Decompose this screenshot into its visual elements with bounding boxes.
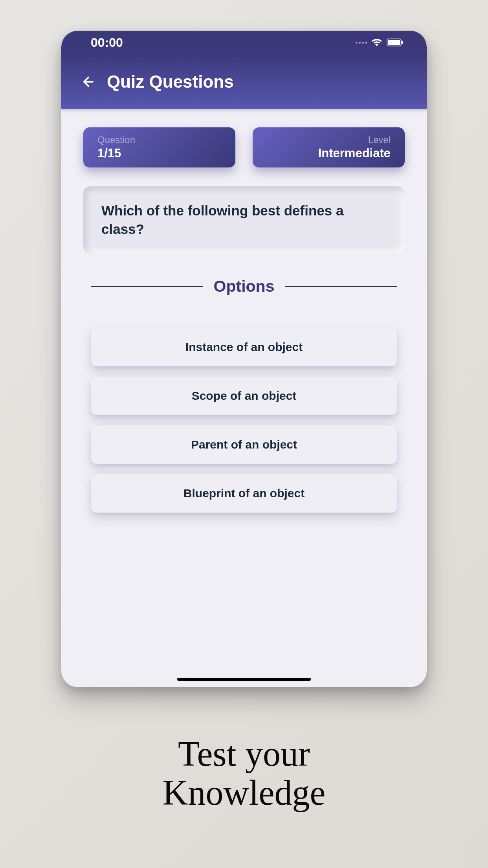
level-label: Level: [267, 134, 391, 145]
divider-line-right: [285, 286, 397, 287]
divider-line-left: [91, 286, 203, 287]
svg-rect-1: [388, 40, 400, 45]
wifi-icon: [372, 39, 382, 46]
options-heading: Options: [214, 277, 275, 296]
status-bar: 00:00: [61, 31, 427, 54]
option-button-1[interactable]: Instance of an object: [91, 328, 397, 366]
question-card: Which of the following best defines a cl…: [83, 186, 405, 254]
page-title: Quiz Questions: [107, 72, 234, 92]
battery-icon: [387, 39, 403, 46]
tagline-line1: Test your: [163, 734, 326, 773]
level-value: Intermediate: [267, 146, 391, 160]
back-arrow-icon[interactable]: [81, 74, 96, 89]
info-row: Question 1/15 Level Intermediate: [83, 127, 405, 167]
option-button-2[interactable]: Scope of an object: [91, 377, 397, 415]
tagline: Test your Knowledge: [163, 734, 326, 812]
question-counter-card: Question 1/15: [83, 127, 235, 167]
status-time: 00:00: [91, 35, 123, 50]
status-icons: [356, 39, 403, 46]
question-counter-value: 1/15: [97, 146, 221, 160]
home-indicator[interactable]: [177, 678, 311, 681]
content-area: Question 1/15 Level Intermediate Which o…: [61, 109, 427, 687]
options-list: Instance of an object Scope of an object…: [83, 328, 405, 513]
phone-frame: 00:00 Quiz Questions Question 1/15: [61, 31, 427, 687]
options-divider: Options: [91, 277, 397, 296]
option-button-4[interactable]: Blueprint of an object: [91, 474, 397, 513]
question-text: Which of the following best defines a cl…: [101, 203, 343, 237]
svg-rect-2: [402, 41, 403, 44]
tagline-line2: Knowledge: [163, 773, 326, 812]
level-card: Level Intermediate: [253, 127, 405, 167]
app-bar: Quiz Questions: [61, 54, 427, 109]
question-counter-label: Question: [97, 134, 221, 145]
signal-icon: [356, 42, 367, 44]
option-button-3[interactable]: Parent of an object: [91, 425, 397, 464]
